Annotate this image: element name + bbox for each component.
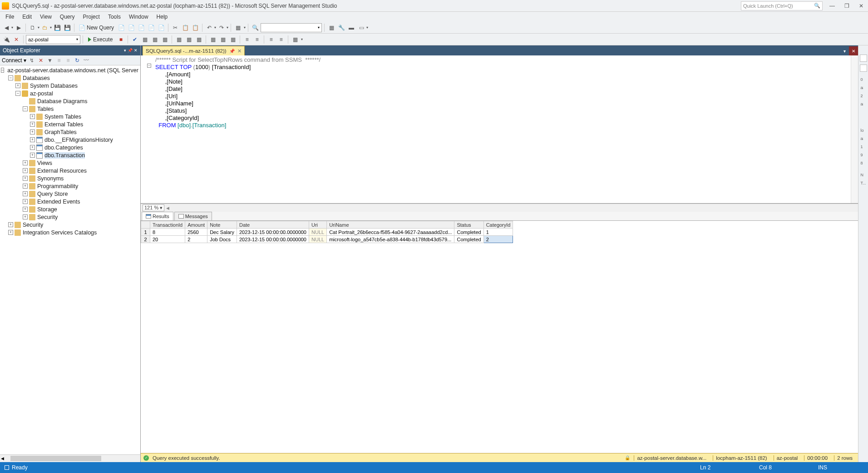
right-grid-icon[interactable]: [860, 55, 867, 62]
zoom-combo[interactable]: 121 % ▾: [143, 204, 164, 211]
tree-storage[interactable]: +Storage: [0, 205, 140, 213]
sql-editor[interactable]: −/****** Script for SelectTopNRows comma…: [141, 55, 858, 204]
db-engine-query-button[interactable]: 📄: [117, 23, 126, 32]
find-button[interactable]: 🔍: [251, 23, 260, 32]
code-scrollbar[interactable]: [851, 55, 858, 203]
sort-icon[interactable]: ≡: [55, 57, 63, 64]
grid-header-uriname[interactable]: UriName: [327, 221, 454, 229]
grid-header-date[interactable]: Date: [237, 221, 309, 229]
grid-cell[interactable]: 20: [150, 236, 185, 243]
open-file-button[interactable]: 🗀▾: [40, 23, 52, 32]
uncomment-button[interactable]: ≡: [252, 35, 261, 44]
sqlcmd-drop[interactable]: ▾: [301, 35, 303, 44]
tree-tables[interactable]: −Tables: [0, 105, 140, 113]
menu-edit[interactable]: Edit: [19, 13, 35, 21]
tb-btn-b[interactable]: 🔧: [337, 23, 346, 32]
oe-close-button[interactable]: ✕: [134, 48, 138, 53]
messages-tab[interactable]: Messages: [174, 212, 212, 220]
disconnect-icon[interactable]: ↯: [28, 57, 35, 64]
grid-cell[interactable]: NULL: [309, 236, 327, 243]
tree-synonyms[interactable]: +Synonyms: [0, 174, 140, 182]
results-text-button[interactable]: ▦: [208, 35, 217, 44]
menu-project[interactable]: Project: [79, 13, 104, 21]
as-query-button[interactable]: 📄: [127, 23, 136, 32]
save-all-button[interactable]: 💾: [63, 23, 72, 32]
menu-file[interactable]: File: [2, 13, 18, 21]
right-toolwindow-strip[interactable]: 0aᵢ2aᵢloaᵢ198NT...: [858, 45, 868, 462]
tree-databases[interactable]: −Databases: [0, 74, 140, 82]
grid-header-amount[interactable]: Amount: [185, 221, 207, 229]
grid-cell[interactable]: 2023-12-15 00:00:00.0000000: [237, 236, 309, 243]
intellisense-button[interactable]: ▦: [160, 35, 169, 44]
undo-button[interactable]: ↶▾: [205, 23, 216, 32]
actual-plan-button[interactable]: ▦: [174, 35, 183, 44]
outdent-button[interactable]: ≡: [276, 35, 286, 44]
tree-qs[interactable]: +Query Store: [0, 190, 140, 198]
document-tab[interactable]: SQLQuery5.sql -...m-az-1511 (82)) 📌 ✕: [143, 46, 245, 55]
mdx-query-button[interactable]: 📄: [137, 23, 146, 32]
results-grid-button[interactable]: ▦: [218, 35, 227, 44]
tree-transaction[interactable]: +dbo.Transaction: [0, 151, 140, 159]
grid-cell[interactable]: NULL: [309, 229, 327, 236]
object-explorer-tree[interactable]: −az-postal-server.database.windows.net (…: [0, 65, 140, 454]
tabstrip-close[interactable]: ✕: [849, 46, 858, 55]
pulse-icon[interactable]: 〰: [83, 57, 90, 64]
grid-cell[interactable]: microsoft-logo_a547cb5e-a838-444b-b178fd…: [327, 236, 454, 243]
tree-exttables[interactable]: +External Tables: [0, 120, 140, 128]
oe-hscroll[interactable]: ◀: [0, 454, 140, 462]
change-connection-button[interactable]: 🔌: [2, 35, 11, 44]
pin-icon[interactable]: 📌: [229, 49, 235, 54]
tree-views[interactable]: +Views: [0, 159, 140, 167]
execute-button[interactable]: Execute: [85, 36, 115, 43]
grid-header-transactionid[interactable]: TransactionId: [150, 221, 185, 229]
tree-efmig[interactable]: +dbo.__EFMigrationsHistory: [0, 136, 140, 144]
right-grid2-icon[interactable]: [860, 65, 867, 72]
sqlcmd-button[interactable]: ▦: [291, 35, 300, 44]
quick-launch-input[interactable]: Quick Launch (Ctrl+Q) 🔍: [741, 1, 823, 10]
disconnect-button[interactable]: ✕: [12, 35, 21, 44]
tree-isc[interactable]: +Integration Services Catalogs: [0, 229, 140, 236]
stop-icon[interactable]: ✕: [37, 57, 44, 64]
grid-header-note[interactable]: Note: [207, 221, 237, 229]
indent-button[interactable]: ≡: [266, 35, 276, 44]
tree-extev[interactable]: +Extended Events: [0, 198, 140, 205]
tabstrip-dropdown[interactable]: ▾: [840, 46, 849, 55]
hscroll-left[interactable]: ◀: [166, 206, 169, 210]
maximize-button[interactable]: ❐: [842, 3, 852, 9]
table-row[interactable]: 2202Job Docs2023-12-15 00:00:00.0000000N…: [141, 236, 513, 243]
xmla-query-button[interactable]: 📄: [157, 23, 166, 32]
grid-cell[interactable]: 2: [185, 236, 207, 243]
tree-extres[interactable]: +External Resources: [0, 167, 140, 174]
sort2-icon[interactable]: ≡: [64, 57, 72, 64]
client-stats-button[interactable]: ▦: [194, 35, 203, 44]
grid-cell[interactable]: Dec Salary: [207, 229, 237, 236]
redo-button[interactable]: ↷▾: [217, 23, 228, 32]
grid-cell[interactable]: 1: [483, 229, 513, 236]
tree-prog[interactable]: +Programmability: [0, 182, 140, 190]
database-combo[interactable]: az-postal▾: [26, 35, 80, 44]
save-button[interactable]: 💾: [53, 23, 62, 32]
menu-help[interactable]: Help: [153, 13, 172, 21]
tree-categories[interactable]: +dbo.Categories: [0, 144, 140, 151]
tree-security[interactable]: +Security: [0, 221, 140, 229]
registered-button[interactable]: ▾: [243, 23, 246, 32]
results-file-button[interactable]: ▦: [228, 35, 237, 44]
table-row[interactable]: 182560Dec Salary2023-12-15 00:00:00.0000…: [141, 229, 513, 236]
tree-sysdb[interactable]: +System Databases: [0, 82, 140, 90]
copy-button[interactable]: 📋: [181, 23, 190, 32]
grid-cell[interactable]: 2: [141, 236, 150, 243]
live-stats-button[interactable]: ▦: [184, 35, 193, 44]
paste-button[interactable]: 📋: [191, 23, 200, 32]
cut-button[interactable]: ✂: [171, 23, 180, 32]
grid-header-categoryid[interactable]: CategoryId: [483, 221, 513, 229]
tree-server[interactable]: −az-postal-server.database.windows.net (…: [0, 66, 140, 74]
grid-cell[interactable]: Completed: [454, 229, 483, 236]
menu-view[interactable]: View: [36, 13, 55, 21]
minimize-button[interactable]: —: [827, 3, 837, 9]
tree-dbsecurity[interactable]: +Security: [0, 213, 140, 221]
grid-cell[interactable]: 2: [483, 236, 513, 243]
cancel-exec-button[interactable]: ■: [116, 35, 125, 44]
tree-systables[interactable]: +System Tables: [0, 113, 140, 120]
grid-cell[interactable]: 2023-12-15 00:00:00.0000000: [237, 229, 309, 236]
tree-azpostal[interactable]: −az-postal: [0, 90, 140, 97]
